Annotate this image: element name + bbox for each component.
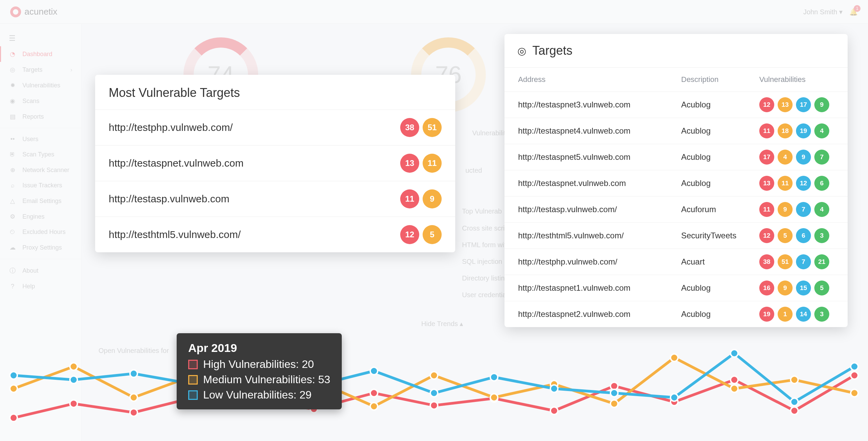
menu-toggle-icon[interactable]: ☰ xyxy=(0,31,81,46)
brand-name: acunetix xyxy=(24,6,57,17)
badge-info: 21 xyxy=(814,254,829,269)
col-description[interactable]: Description xyxy=(681,75,759,84)
badge-medium: 51 xyxy=(778,254,793,269)
targets-title: Targets xyxy=(532,44,572,58)
sidebar-label: Excluded Hours xyxy=(22,228,66,236)
sidebar-item-excluded-hours[interactable]: ⏲Excluded Hours xyxy=(0,224,81,240)
mvt-row[interactable]: http://testasp.vulnweb.com119 xyxy=(95,181,455,217)
sidebar-item-engines[interactable]: ⚙Engines xyxy=(0,209,81,224)
sidebar-label: Network Scanner xyxy=(22,167,69,174)
targets-panel: ◎ Targets Address Description Vulnerabil… xyxy=(504,34,848,327)
target-icon: ◎ xyxy=(517,45,526,57)
target-address: http://testaspnet5.vulnweb.com xyxy=(518,152,681,162)
hide-trends-toggle[interactable]: Hide Trends ▴ xyxy=(421,320,463,328)
mvt-row[interactable]: http://testaspnet.vulnweb.com1311 xyxy=(95,145,455,181)
mvt-address: http://testphp.vulnweb.com/ xyxy=(109,122,233,133)
badge-high: 11 xyxy=(759,123,774,138)
swatch-low-icon xyxy=(188,390,198,400)
sidebar-item-users[interactable]: ••Users xyxy=(0,132,81,147)
sidebar-label: Scan Types xyxy=(22,151,54,158)
badge-info: 6 xyxy=(814,176,829,191)
target-address: http://testaspnet1.vulnweb.com xyxy=(518,283,681,293)
mvt-title: Most Vulnerable Targets xyxy=(95,75,455,109)
sidebar-icon: ✹ xyxy=(9,82,16,89)
sidebar-icon: ⓘ xyxy=(9,267,16,275)
chart-tooltip: Apr 2019 High Vulnerabilities: 20 Medium… xyxy=(177,333,342,409)
sidebar-item-scans[interactable]: ◉Scans xyxy=(0,93,81,109)
bg-conducted: ucted xyxy=(465,167,482,174)
sidebar-icon: ⚙ xyxy=(9,213,16,220)
badge-low: 19 xyxy=(796,123,811,138)
badge-high: 19 xyxy=(759,307,774,322)
badge-medium: 9 xyxy=(778,281,793,295)
target-row[interactable]: http://testaspnet3.vulnweb.comAcublog121… xyxy=(504,91,848,118)
target-description: Acublog xyxy=(681,152,759,162)
notifications-bell-icon[interactable]: 🔔1 xyxy=(849,8,858,16)
sidebar-label: Vulnerabilities xyxy=(22,82,60,89)
sidebar-icon: △ xyxy=(9,197,16,205)
badge-info: 3 xyxy=(814,307,829,322)
user-menu[interactable]: John Smith ▾ xyxy=(803,8,843,16)
sidebar-item-about[interactable]: ⓘAbout xyxy=(0,262,81,279)
sidebar-item-scan-types[interactable]: ⛨Scan Types xyxy=(0,147,81,162)
sidebar-label: Engines xyxy=(22,213,45,220)
bg-top-vuln: Top Vulnerab xyxy=(462,207,502,215)
badge-medium: 18 xyxy=(778,123,793,138)
badge-medium: 9 xyxy=(423,189,442,208)
col-address[interactable]: Address xyxy=(518,75,681,84)
target-description: Acublog xyxy=(681,126,759,136)
badge-low: 12 xyxy=(796,176,811,191)
target-row[interactable]: http://testphp.vulnweb.com/Acuart3851721 xyxy=(504,249,848,275)
target-address: http://testaspnet2.vulnweb.com xyxy=(518,309,681,319)
sidebar-label: Email Settings xyxy=(22,198,61,205)
badge-high: 12 xyxy=(400,225,419,244)
badge-high: 17 xyxy=(759,150,774,165)
sidebar-icon: ☁ xyxy=(9,244,16,251)
col-vulnerabilities[interactable]: Vulnerabilities xyxy=(759,75,834,84)
sidebar-item-vulnerabilities[interactable]: ✹Vulnerabilities xyxy=(0,78,81,93)
badge-info: 4 xyxy=(814,202,829,217)
sidebar-icon: ⏲ xyxy=(9,228,16,236)
badge-high: 16 xyxy=(759,281,774,295)
sidebar-item-dashboard[interactable]: ◔Dashboard xyxy=(0,46,81,62)
mvt-address: http://testaspnet.vulnweb.com xyxy=(109,157,244,169)
brand-logo[interactable]: acunetix xyxy=(10,6,57,17)
target-row[interactable]: http://testaspnet.vulnweb.comAcublog1311… xyxy=(504,170,848,196)
badge-info: 5 xyxy=(814,281,829,295)
target-description: Acublog xyxy=(681,309,759,319)
sidebar-label: Reports xyxy=(22,113,44,120)
badge-low: 14 xyxy=(796,307,811,322)
badge-low: 17 xyxy=(796,97,811,112)
target-description: Acublog xyxy=(681,283,759,293)
mvt-row[interactable]: http://testhtml5.vulnweb.com/125 xyxy=(95,217,455,252)
target-row[interactable]: http://testaspnet1.vulnweb.comAcublog169… xyxy=(504,275,848,301)
mvt-row[interactable]: http://testphp.vulnweb.com/3851 xyxy=(95,109,455,145)
swatch-med-icon xyxy=(188,375,198,385)
badge-low: 6 xyxy=(796,228,811,243)
sidebar-item-reports[interactable]: ▤Reports xyxy=(0,109,81,124)
target-row[interactable]: http://testaspnet4.vulnweb.comAcublog111… xyxy=(504,118,848,144)
badge-high: 38 xyxy=(759,254,774,269)
sidebar-item-email-settings[interactable]: △Email Settings xyxy=(0,193,81,209)
badge-info: 3 xyxy=(814,228,829,243)
target-address: http://testaspnet4.vulnweb.com xyxy=(518,126,681,136)
sidebar-icon: •• xyxy=(9,136,16,143)
target-description: SecurityTweets xyxy=(681,231,759,240)
badge-low: 9 xyxy=(796,150,811,165)
target-row[interactable]: http://testaspnet2.vulnweb.comAcublog191… xyxy=(504,301,848,327)
sidebar-item-proxy-settings[interactable]: ☁Proxy Settings xyxy=(0,240,81,255)
target-row[interactable]: http://testasp.vulnweb.com/Acuforum11974 xyxy=(504,196,848,222)
sidebar-item-targets[interactable]: ◎Targets› xyxy=(0,62,81,78)
sidebar-icon: ◔ xyxy=(9,50,16,58)
open-vuln-heading: Open Vulnerabilities for xyxy=(99,347,169,355)
badge-low: 15 xyxy=(796,281,811,295)
target-row[interactable]: http://testhtml5.vulnweb.com/SecurityTwe… xyxy=(504,222,848,249)
sidebar-label: Scans xyxy=(22,98,39,105)
badge-info: 4 xyxy=(814,123,829,138)
sidebar-item-issue-trackers[interactable]: ⌕Issue Trackers xyxy=(0,178,81,193)
sidebar-item-help[interactable]: ?Help xyxy=(0,279,81,294)
target-row[interactable]: http://testaspnet5.vulnweb.comAcublog174… xyxy=(504,144,848,170)
tooltip-low: Low Vulnerabilities: 29 xyxy=(203,389,312,401)
sidebar-item-network-scanner[interactable]: ⊕Network Scanner xyxy=(0,162,81,178)
targets-column-headers: Address Description Vulnerabilities xyxy=(504,67,848,91)
